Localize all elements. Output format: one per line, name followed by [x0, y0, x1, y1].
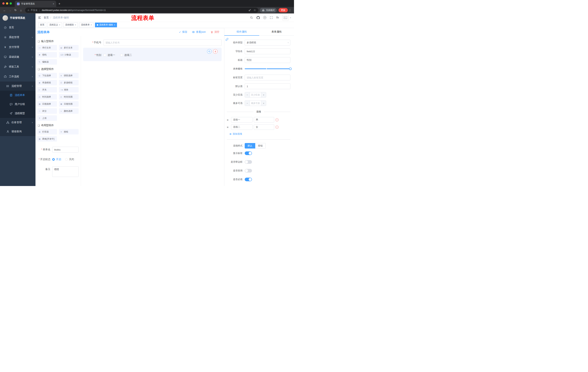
- window-close-button[interactable]: [2, 2, 5, 5]
- form-name-input[interactable]: [52, 147, 79, 152]
- phone-input[interactable]: [104, 39, 221, 46]
- sidebar-item-home[interactable]: 首页: [0, 22, 35, 32]
- palette-component-chip[interactable]: 123 计数器: [59, 52, 79, 57]
- help-icon[interactable]: ?: [263, 16, 266, 19]
- decrease-button[interactable]: −: [245, 101, 250, 106]
- browser-tab[interactable]: 芋道管理系统 ×: [15, 1, 56, 7]
- reload-button[interactable]: ↻: [13, 9, 18, 12]
- sidebar-item-payment[interactable]: ¥ 支付管理 ∨: [0, 42, 35, 52]
- increase-button[interactable]: +: [261, 101, 266, 106]
- security-warning-icon[interactable]: ⚠: [28, 9, 30, 11]
- avatar[interactable]: [282, 15, 289, 21]
- slider-handle[interactable]: [289, 67, 292, 70]
- palette-component-chip[interactable]: ✎ 编辑器: [37, 59, 57, 65]
- tag-process-definition[interactable]: 流程定义×: [47, 22, 62, 27]
- option-label-input[interactable]: [231, 124, 252, 130]
- window-minimize-button[interactable]: [6, 2, 8, 5]
- option-value-input[interactable]: [254, 117, 274, 122]
- palette-component-chip[interactable]: ◉ 单选框组: [37, 80, 57, 85]
- link-icon[interactable]: [225, 38, 229, 41]
- close-icon[interactable]: ×: [114, 24, 115, 26]
- remark-textarea[interactable]: 嘿嘿: [52, 166, 79, 177]
- browser-menu-icon[interactable]: ⋮: [288, 9, 292, 12]
- fullscreen-icon[interactable]: [270, 16, 273, 19]
- status-on-radio[interactable]: 开启: [52, 158, 61, 161]
- palette-component-chip[interactable]: ☆ 评分: [37, 108, 57, 114]
- view-json-button[interactable]: 查看json: [192, 30, 206, 34]
- palette-component-chip[interactable]: ▤ 多行文本: [59, 45, 79, 50]
- window-zoom-button[interactable]: [10, 2, 12, 5]
- sidebar-item-process-management[interactable]: 流程管理 ∧: [0, 82, 35, 91]
- font-size-icon[interactable]: TT: [276, 16, 279, 19]
- sidebar-item-dev-tools[interactable]: 研发工具 ∨: [0, 62, 35, 72]
- tab-component-props[interactable]: 组件属性: [224, 28, 259, 35]
- palette-component-chip[interactable]: ⋔ 级联选择: [59, 73, 79, 78]
- increase-button[interactable]: +: [261, 92, 266, 97]
- sidebar-item-workflow[interactable]: 工作流程 ∧: [0, 72, 35, 82]
- selected-widget-gender[interactable]: 性别 选项一 选项二: [83, 48, 221, 61]
- stepper-value[interactable]: 最多可选: [250, 101, 261, 106]
- decrease-button[interactable]: −: [245, 92, 250, 97]
- palette-component-chip[interactable]: ◴ 时间范围: [59, 94, 79, 100]
- palette-component-chip[interactable]: ▭ 单行文本: [37, 45, 57, 50]
- style-default-button[interactable]: 默认: [245, 143, 255, 149]
- sidebar-logo[interactable]: 芋道管理系统: [0, 13, 35, 22]
- palette-component-chip[interactable]: ▥ 行容器: [37, 129, 57, 135]
- tag-process-model[interactable]: 流程模型×: [63, 22, 78, 27]
- palette-component-chip[interactable]: ↥ 上传: [37, 115, 57, 121]
- clear-button[interactable]: 清空: [210, 30, 220, 34]
- copy-widget-button[interactable]: [207, 49, 211, 54]
- drag-handle-icon[interactable]: ≡: [227, 126, 230, 129]
- drag-handle-icon[interactable]: ≡: [227, 118, 230, 121]
- back-button[interactable]: ←: [2, 9, 7, 12]
- palette-component-chip[interactable]: ✛ 按钮: [59, 129, 79, 135]
- palette-component-chip[interactable]: ▩ 日期范围: [59, 101, 79, 107]
- palette-component-chip[interactable]: ◎ 下拉选择: [37, 73, 57, 78]
- sidebar-item-leave-query[interactable]: 请假查询: [0, 127, 35, 136]
- gender-option-1-checkbox[interactable]: 选项一: [104, 53, 115, 57]
- border-switch[interactable]: [245, 160, 252, 164]
- github-icon[interactable]: [257, 16, 260, 19]
- search-icon[interactable]: [250, 16, 253, 19]
- form-grid-slider[interactable]: [245, 66, 290, 72]
- stepper-value[interactable]: 至少应选: [250, 92, 261, 97]
- sidebar-item-process-form[interactable]: 流程表单: [0, 91, 35, 100]
- sidebar-item-task-management[interactable]: 任务管理 ∨: [0, 118, 35, 127]
- component-type-select[interactable]: 多选框组 ∨: [245, 40, 290, 45]
- add-option-button[interactable]: ⊕ 添加选项: [230, 132, 290, 136]
- field-name-input[interactable]: [245, 48, 290, 54]
- palette-component-chip[interactable]: ◑ 颜色选择: [59, 108, 79, 114]
- bookmark-star-icon[interactable]: ☆: [254, 9, 256, 12]
- address-bar[interactable]: ⚠ 不安全 | dashboard.yudao.iocoder.cn/bpm/m…: [25, 8, 258, 13]
- palette-component-chip[interactable]: ▦ 表格[开发中]: [37, 136, 57, 142]
- label-width-input[interactable]: [245, 74, 290, 80]
- tab-form-props[interactable]: 表单属性: [259, 28, 294, 35]
- save-button[interactable]: ✓保存: [179, 30, 187, 34]
- show-label-switch[interactable]: [245, 151, 252, 155]
- tab-close-icon[interactable]: ×: [52, 2, 55, 5]
- required-switch[interactable]: [245, 178, 252, 181]
- title-input[interactable]: [245, 57, 290, 63]
- sidebar-item-user-groups[interactable]: 用户分组: [0, 100, 35, 109]
- remove-option-button[interactable]: −: [275, 126, 279, 129]
- home-button[interactable]: ⌂: [18, 9, 24, 12]
- close-icon[interactable]: ×: [59, 24, 60, 26]
- browser-update-button[interactable]: 更新: [279, 8, 288, 12]
- sidebar-item-infrastructure[interactable]: 基础设施 ∨: [0, 52, 35, 62]
- style-button-button[interactable]: 按钮: [255, 143, 266, 149]
- disabled-switch[interactable]: [245, 169, 252, 172]
- palette-component-chip[interactable]: ▦ 日期选择: [37, 101, 57, 107]
- remove-option-button[interactable]: −: [275, 118, 279, 121]
- default-value-input[interactable]: [245, 83, 290, 89]
- close-icon[interactable]: ×: [75, 24, 76, 26]
- gender-option-2-checkbox[interactable]: 选项二: [120, 53, 132, 57]
- option-value-input[interactable]: [254, 124, 274, 130]
- palette-component-chip[interactable]: ─● 滑块: [59, 87, 79, 93]
- palette-component-chip[interactable]: ◷ 时间选择: [37, 94, 57, 100]
- tag-process-form[interactable]: 流程表单×: [79, 22, 94, 27]
- new-tab-button[interactable]: +: [58, 2, 60, 5]
- tag-process-form-edit[interactable]: 流程表单-编辑×: [95, 22, 117, 27]
- sidebar-fold-icon[interactable]: [38, 16, 41, 19]
- breadcrumb-home[interactable]: 首页: [44, 16, 49, 19]
- sidebar-item-process-model[interactable]: 流程模型: [0, 109, 35, 118]
